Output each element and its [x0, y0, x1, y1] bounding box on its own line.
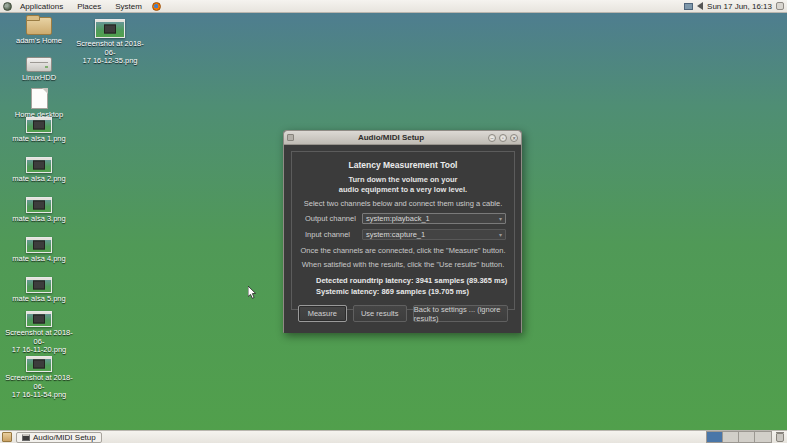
image-thumbnail-icon — [26, 356, 52, 372]
combo-arrows-icon: ▾ — [499, 216, 502, 222]
image-thumbnail-icon — [26, 117, 52, 133]
desktop-icon-screenshot-161120[interactable]: Screenshot at 2018-06- 17 16-11-20.png — [1, 311, 77, 355]
desktop-icon-screenshot-161235[interactable]: Screenshot at 2018-06- 17 16-12-35.png — [72, 19, 148, 66]
desktop-icon-mate-alsa-2[interactable]: mate alsa 2.png — [1, 157, 77, 184]
dialog-button-row: Measure Use results Back to settings ...… — [298, 305, 508, 322]
output-channel-value: system:playback_1 — [366, 214, 430, 223]
volume-warning-text: Turn down the volume on your audio equip… — [292, 175, 514, 194]
minimize-button[interactable]: – — [488, 134, 496, 142]
desktop-icon-mate-alsa-4[interactable]: mate alsa 4.png — [1, 237, 77, 264]
desktop-icon-home-folder[interactable]: adam's Home — [1, 17, 77, 46]
window-thumbnail-icon — [22, 434, 30, 441]
menu-applications[interactable]: Applications — [14, 0, 69, 13]
image-thumbnail-icon — [26, 157, 52, 173]
close-button[interactable]: ✕ — [510, 134, 518, 142]
network-icon[interactable] — [684, 3, 693, 10]
measure-hint-text: Once the channels are connected, click t… — [292, 246, 514, 255]
desktop-icon-label: Screenshot at 2018-06- 17 16-12-35.png — [72, 40, 148, 66]
session-power-icon[interactable] — [776, 2, 784, 10]
image-thumbnail-icon — [26, 197, 52, 213]
desktop-icon-mate-alsa-3[interactable]: mate alsa 3.png — [1, 197, 77, 224]
use-results-hint-text: When satisfied with the results, click t… — [292, 260, 514, 269]
desktop-icon-label: mate alsa 4.png — [12, 255, 65, 264]
back-to-settings-button[interactable]: Back to settings ... (ignore results) — [413, 305, 508, 322]
workspace-switcher — [706, 431, 772, 443]
latency-results: Detected roundtrip latency: 3941 samples… — [316, 276, 514, 297]
menu-places[interactable]: Places — [71, 0, 107, 13]
input-channel-label: Input channel — [305, 230, 362, 239]
systemic-latency-value: Systemic latency: 869 samples (19.705 ms… — [316, 287, 514, 298]
desktop: Applications Places System Sun 17 Jun, 1… — [0, 0, 787, 443]
workspace-2[interactable] — [723, 432, 739, 442]
input-channel-row: Input channel system:capture_1 ▾ — [305, 229, 506, 240]
desktop-icon-linuxhdd[interactable]: LinuxHDD — [1, 57, 77, 83]
desktop-icon-mate-alsa-1[interactable]: mate alsa 1.png — [1, 117, 77, 144]
trash-icon[interactable] — [776, 433, 784, 442]
image-thumbnail-icon — [26, 311, 52, 327]
desktop-icon-mate-alsa-5[interactable]: mate alsa 5.png — [1, 277, 77, 304]
menu-system[interactable]: System — [109, 0, 148, 13]
clock[interactable]: Sun 17 Jun, 16:13 — [707, 2, 772, 11]
folder-icon — [26, 17, 52, 35]
output-channel-row: Output channel system:playback_1 ▾ — [305, 213, 506, 224]
desktop-icon-label: LinuxHDD — [22, 74, 56, 83]
show-desktop-icon[interactable] — [2, 432, 12, 442]
desktop-icon-label: mate alsa 2.png — [12, 175, 65, 184]
combo-arrows-icon: ▾ — [499, 232, 502, 238]
desktop-icon-label: Screenshot at 2018-06- 17 16-11-54.png — [1, 374, 77, 400]
taskbar-item-audio-midi-setup[interactable]: Audio/MIDI Setup — [16, 432, 102, 443]
workspace-3[interactable] — [739, 432, 755, 442]
harddrive-icon — [26, 57, 52, 72]
roundtrip-latency-value: Detected roundtrip latency: 3941 samples… — [316, 276, 514, 287]
input-channel-select[interactable]: system:capture_1 ▾ — [362, 229, 506, 240]
desktop-icon-home-desktop[interactable]: Home desktop — [1, 88, 77, 120]
measure-button[interactable]: Measure — [298, 305, 347, 322]
taskbar-item-label: Audio/MIDI Setup — [33, 433, 96, 442]
desktop-icon-label: mate alsa 1.png — [12, 135, 65, 144]
window-menu-icon[interactable] — [287, 134, 294, 141]
dialog-content: Latency Measurement Tool Turn down the v… — [284, 145, 521, 333]
window-title: Audio/MIDI Setup — [294, 133, 488, 142]
image-thumbnail-icon — [95, 19, 125, 38]
image-thumbnail-icon — [26, 237, 52, 253]
volume-icon[interactable] — [697, 2, 703, 10]
workspace-4[interactable] — [755, 432, 771, 442]
workspace-1[interactable] — [707, 432, 723, 442]
desktop-icon-label: mate alsa 5.png — [12, 295, 65, 304]
desktop-icon-label: Screenshot at 2018-06- 17 16-11-20.png — [1, 329, 77, 355]
image-thumbnail-icon — [26, 277, 52, 293]
distro-menu-icon[interactable] — [3, 2, 12, 11]
audio-midi-setup-window: Audio/MIDI Setup – ▫ ✕ Latency Measureme… — [283, 130, 522, 333]
maximize-button[interactable]: ▫ — [499, 134, 507, 142]
bottom-panel: Audio/MIDI Setup — [0, 430, 787, 443]
desktop-icon-label: mate alsa 3.png — [12, 215, 65, 224]
output-channel-label: Output channel — [305, 214, 362, 223]
desktop-icon-label: adam's Home — [16, 37, 62, 46]
use-results-button[interactable]: Use results — [353, 305, 407, 322]
latency-tool-frame: Latency Measurement Tool Turn down the v… — [291, 151, 515, 310]
desktop-icon-screenshot-161154[interactable]: Screenshot at 2018-06- 17 16-11-54.png — [1, 356, 77, 400]
firefox-icon[interactable] — [152, 2, 161, 11]
window-titlebar[interactable]: Audio/MIDI Setup – ▫ ✕ — [284, 131, 521, 145]
mouse-cursor — [248, 285, 257, 303]
dialog-heading: Latency Measurement Tool — [292, 160, 514, 170]
instruction-text: Select two channels below and connect th… — [292, 199, 514, 208]
document-icon — [31, 88, 48, 109]
output-channel-select[interactable]: system:playback_1 ▾ — [362, 213, 506, 224]
top-panel: Applications Places System Sun 17 Jun, 1… — [0, 0, 787, 13]
input-channel-value: system:capture_1 — [366, 230, 425, 239]
